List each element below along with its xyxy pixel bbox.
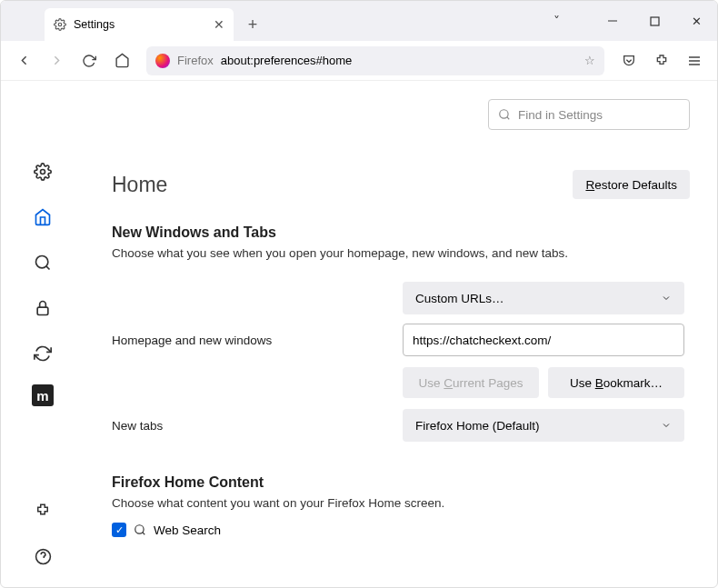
url-text: about:preferences#home [221,54,353,67]
homepage-mode-value: Custom URLs… [415,292,504,305]
chevron-down-icon [661,420,672,431]
close-window-button[interactable]: ✕ [675,3,717,39]
menu-icon[interactable] [681,47,708,75]
sidenav-search[interactable] [25,244,61,281]
use-current-pages-button[interactable]: Use Current Pages [403,367,539,398]
reload-button[interactable] [75,47,103,75]
new-tab-button[interactable]: + [239,11,266,38]
tab-title: Settings [74,18,115,31]
svg-point-6 [41,170,45,174]
firefox-icon [155,54,170,68]
homepage-url-input[interactable] [403,324,684,356]
use-bookmark-button[interactable]: Use Bookmark… [548,367,684,398]
search-icon [134,523,146,536]
homepage-mode-select[interactable]: Custom URLs… [403,282,684,314]
bookmark-star-icon[interactable]: ☆ [584,54,595,67]
close-tab-icon[interactable]: ✕ [214,17,224,32]
browser-tab[interactable]: Settings ✕ [45,8,234,41]
minimize-button[interactable] [592,3,633,39]
newtabs-select[interactable]: Firefox Home (Default) [403,409,684,442]
sidenav-sync[interactable] [25,335,61,372]
settings-main: Find in Settings Home RRestore Defaultse… [85,81,717,587]
svg-rect-9 [37,307,48,314]
svg-point-0 [58,23,62,26]
svg-line-15 [143,533,145,535]
search-icon [498,108,511,121]
sidenav-help[interactable] [25,538,61,574]
url-bar[interactable]: Firefox about:preferences#home ☆ [146,46,604,75]
web-search-checkbox[interactable]: ✓ [112,523,126,537]
page-title: Home [112,173,167,197]
newtabs-value: Firefox Home (Default) [415,419,540,433]
extensions-icon[interactable] [648,47,675,75]
find-settings-input[interactable]: Find in Settings [488,99,690,130]
navigation-toolbar: Firefox about:preferences#home ☆ [1,41,717,81]
newtabs-label: New tabs [112,419,403,433]
pocket-icon[interactable] [615,47,643,75]
title-bar: Settings ✕ + ˅ ✕ [1,1,717,41]
svg-rect-2 [651,17,659,25]
svg-point-7 [36,256,48,268]
url-brand: Firefox [177,54,214,67]
homepage-label: Homepage and new windows [112,334,403,347]
section-new-windows-desc: Choose what you see when you open your h… [112,246,690,260]
section-home-content-heading: Firefox Home Content [112,474,690,491]
gear-icon [54,18,66,31]
sidenav-extensions[interactable] [25,493,61,529]
back-button[interactable] [10,47,37,75]
restore-defaults-button[interactable]: RRestore Defaultsestore Defaults [573,170,690,199]
chevron-down-icon [661,293,672,304]
tab-overflow-icon[interactable]: ˅ [535,3,577,39]
sidenav-privacy[interactable] [25,290,61,326]
section-new-windows-heading: New Windows and Tabs [112,224,690,241]
sidenav-home[interactable] [25,199,61,235]
web-search-label: Web Search [154,523,221,537]
home-button[interactable] [108,47,135,75]
forward-button[interactable] [43,47,70,75]
sidenav-general[interactable] [25,154,61,190]
maximize-button[interactable] [633,3,675,39]
find-placeholder: Find in Settings [518,108,603,122]
svg-point-14 [135,525,144,533]
sidenav-more[interactable]: m [32,384,54,406]
settings-sidenav: m [1,81,85,587]
svg-line-13 [507,117,510,120]
section-home-content-desc: Choose what content you want on your Fir… [112,496,690,510]
svg-line-8 [46,266,50,270]
svg-point-12 [500,110,508,118]
